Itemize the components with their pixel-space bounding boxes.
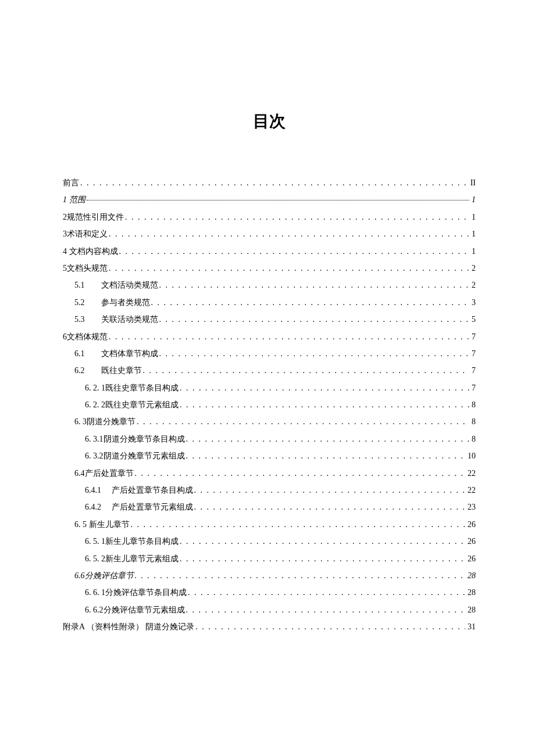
toc-leader-dots [135,465,466,482]
toc-entry: 6. 6. 1分娩评估章节条目构成 28 [63,584,476,601]
toc-entry: 6.4产后处置章节 22 [63,465,476,482]
toc-entry-label: 6. 6.2分娩评估章节元素组成 [85,601,185,618]
toc-entry-page: 10 [468,447,476,464]
toc-entry-page: 2 [472,277,476,293]
toc-entry-label: 5.1 文档活动类规范 [74,277,158,293]
toc-entry: 6. 2. 1既往史章节条目构成 7 [63,379,476,396]
toc-entry-page: 7 [472,328,476,345]
toc-entry: 5.1 文档活动类规范 2 [63,277,476,293]
toc-entry-page: 26 [468,550,476,567]
toc-entry: 6文档体规范 7 [63,328,476,345]
toc-entry-number: 5.2 [74,294,99,311]
toc-entry-number: 6.4.2 [85,499,109,515]
toc-entry-label: 6. 3阴道分娩章节 [74,413,135,430]
toc-entry-page: 8 [472,413,476,430]
toc-entry-page: 1 [472,225,476,242]
toc-entry-page: 7 [472,362,476,379]
toc-entry: 6. 3阴道分娩章节 8 [63,413,476,430]
toc-entry-label: 2规范性引用文件 [63,209,124,225]
toc-entry-label: 前言 [63,174,79,191]
toc-leader-dots [194,482,466,499]
toc-entry-label: 6. 2. 2既往史章节元素组成 [85,396,179,413]
toc-entry: 1 范围 1 [63,191,476,208]
toc-entry: 6. 5. 2新生儿章节元素组成 26 [63,550,476,567]
toc-entry-page: 1 [472,209,476,225]
toc-entry-page: 28 [468,567,476,584]
toc-leader-dots [159,277,470,293]
toc-leader-dots [151,294,470,311]
toc-entry-page: II [470,174,476,191]
toc-entry: 4 文档内容构成 1 [63,243,476,260]
toc-entry-label: 6.4.1 产后处置章节条目构成 [85,482,193,499]
toc-leader-dots [109,260,469,277]
toc-entry-page: 23 [468,499,476,515]
toc-entry: 6. 6.2分娩评估章节元素组成 28 [63,601,476,618]
toc-entry-page: 31 [468,618,476,635]
toc-entry: 6.6分娩评估章节 28 [63,567,476,584]
toc-leader-dots [137,413,469,430]
toc-entry: 6. 5. 1新生儿章节条目构成 26 [63,533,476,550]
toc-entry-page: 1 [472,243,476,260]
toc-entry: 6. 2. 2既往史章节元素组成 8 [63,396,476,413]
toc-entry: 附录A （资料性附录） 阴道分娩记录 31 [63,618,476,635]
toc-leader-dots [180,550,465,567]
toc-leader-dots [188,584,465,601]
toc-leader-dots [180,379,469,396]
toc-leader-dots [159,311,470,328]
toc-leader-dots [109,225,469,242]
toc-entry-label: 4 文档内容构成 [63,243,118,260]
toc-entry: 5.3 关联活动类规范 5 [63,311,476,328]
toc-leader-dots [80,174,468,191]
toc-leader-dots [109,328,469,345]
toc-leader-dots [125,209,469,225]
toc-entry: 5文档头规范 2 [63,260,476,277]
toc-entry-label: 6. 2. 1既往史章节条目构成 [85,379,179,396]
toc-entry: 前言 II [63,174,476,191]
toc-entry-label: 5.2 参与者类规范 [74,294,150,311]
toc-entry-label: 6.4产后处置章节 [74,465,134,482]
toc-entry: 6.4.2 产后处置章节元素组成 23 [63,499,476,515]
toc-list: 前言 II1 范围 12规范性引用文件 13术语和定义 14 文档内容构成 15… [63,174,476,636]
toc-entry-label: 6.2 既往史章节 [74,362,142,379]
toc-entry-label: 1 范围 [63,191,85,208]
toc-entry-label: 3术语和定义 [63,225,108,242]
toc-leader-dots [135,567,466,584]
toc-leader-dots [180,396,469,413]
toc-leader-dots [180,533,465,550]
toc-leader-dots [159,345,470,362]
toc-entry: 5.2 参与者类规范 3 [63,294,476,311]
toc-entry-page: 28 [468,584,476,601]
toc-entry-page: 8 [472,396,476,413]
toc-entry-label: 6. 5 新生儿章节 [74,516,130,533]
toc-entry-label: 5.3 关联活动类规范 [74,311,158,328]
toc-leader-dots [143,362,470,379]
toc-entry-page: 7 [472,379,476,396]
toc-entry-page: 2 [472,260,476,277]
toc-leader-dots [194,499,466,515]
toc-entry-page: 22 [468,482,476,499]
toc-entry: 6.1 文档体章节构成 7 [63,345,476,362]
toc-entry: 6. 3.1阴道分娩章节条目构成 8 [63,431,476,447]
toc-leader-dots [195,618,465,635]
toc-entry-number: 6.4.1 [85,482,109,499]
toc-entry-label: 6.1 文档体章节构成 [74,345,158,362]
toc-entry: 6. 5 新生儿章节 26 [63,516,476,533]
toc-entry-page: 5 [472,311,476,328]
toc-entry-label: 6. 5. 2新生儿章节元素组成 [85,550,179,567]
toc-entry-label: 附录A （资料性附录） 阴道分娩记录 [63,618,194,635]
toc-entry-page: 26 [468,533,476,550]
toc-entry: 6. 3.2阴道分娩章节元素组成 10 [63,447,476,464]
toc-entry-label: 6. 6. 1分娩评估章节条目构成 [85,584,187,601]
toc-entry-number: 5.1 [74,277,99,293]
toc-entry-label: 6. 3.2阴道分娩章节元素组成 [85,447,185,464]
toc-entry-label: 5文档头规范 [63,260,108,277]
toc-entry: 6.4.1 产后处置章节条目构成 22 [63,482,476,499]
toc-leader-dots [186,447,466,464]
toc-entry: 3术语和定义 1 [63,225,476,242]
toc-entry-label: 6.6分娩评估章节 [74,567,134,584]
toc-entry-page: 22 [468,465,476,482]
toc-leader-dots [119,243,470,260]
toc-entry: 2规范性引用文件 1 [63,209,476,225]
toc-entry: 6.2 既往史章节 7 [63,362,476,379]
toc-entry-label: 6文档体规范 [63,328,108,345]
